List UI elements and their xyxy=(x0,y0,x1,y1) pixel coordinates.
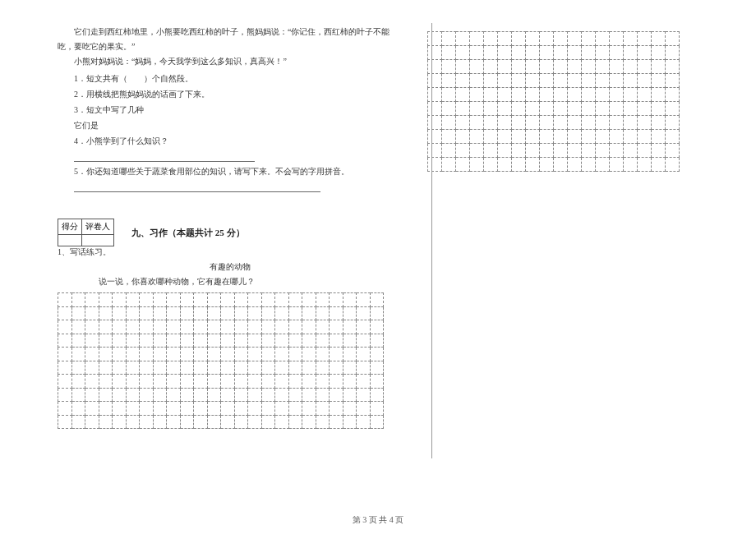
writing-cell[interactable] xyxy=(71,375,85,389)
writing-cell[interactable] xyxy=(221,320,235,334)
writing-cell[interactable] xyxy=(470,116,484,130)
writing-cell[interactable] xyxy=(470,60,484,74)
writing-cell[interactable] xyxy=(498,102,512,116)
writing-cell[interactable] xyxy=(498,74,512,88)
writing-cell[interactable] xyxy=(343,306,357,320)
writing-cell[interactable] xyxy=(180,361,194,375)
writing-cell[interactable] xyxy=(582,74,596,88)
writing-cell[interactable] xyxy=(484,60,498,74)
writing-cell[interactable] xyxy=(234,415,248,429)
writing-cell[interactable] xyxy=(568,144,582,158)
writing-cell[interactable] xyxy=(288,293,302,307)
writing-cell[interactable] xyxy=(71,306,85,320)
writing-cell[interactable] xyxy=(85,334,99,348)
writing-cell[interactable] xyxy=(512,116,526,130)
writing-cell[interactable] xyxy=(498,32,512,46)
writing-cell[interactable] xyxy=(99,334,113,348)
writing-cell[interactable] xyxy=(554,60,568,74)
writing-cell[interactable] xyxy=(153,415,167,429)
writing-cell[interactable] xyxy=(113,334,127,348)
writing-cell[interactable] xyxy=(140,320,154,334)
writing-cell[interactable] xyxy=(207,320,221,334)
writing-cell[interactable] xyxy=(357,388,371,402)
writing-cell[interactable] xyxy=(357,320,371,334)
writing-cell[interactable] xyxy=(442,102,456,116)
writing-cell[interactable] xyxy=(540,158,554,172)
writing-cell[interactable] xyxy=(330,320,343,334)
writing-cell[interactable] xyxy=(302,334,316,348)
writing-cell[interactable] xyxy=(207,375,221,389)
writing-cell[interactable] xyxy=(221,375,235,389)
writing-cell[interactable] xyxy=(343,388,357,402)
writing-cell[interactable] xyxy=(140,388,154,402)
writing-cell[interactable] xyxy=(357,415,371,429)
writing-cell[interactable] xyxy=(85,388,99,402)
writing-cell[interactable] xyxy=(456,88,470,102)
writing-cell[interactable] xyxy=(370,334,384,348)
writing-cell[interactable] xyxy=(554,116,568,130)
writing-cell[interactable] xyxy=(498,46,512,60)
writing-cell[interactable] xyxy=(126,415,140,429)
writing-cell[interactable] xyxy=(666,32,680,46)
writing-cell[interactable] xyxy=(261,375,275,389)
writing-cell[interactable] xyxy=(58,402,72,416)
writing-cell[interactable] xyxy=(275,348,289,361)
writing-cell[interactable] xyxy=(140,293,154,307)
writing-cell[interactable] xyxy=(554,32,568,46)
writing-cell[interactable] xyxy=(194,320,208,334)
writing-cell[interactable] xyxy=(456,60,470,74)
writing-cell[interactable] xyxy=(288,388,302,402)
writing-cell[interactable] xyxy=(58,348,72,361)
writing-cell[interactable] xyxy=(85,361,99,375)
writing-cell[interactable] xyxy=(261,306,275,320)
writing-cell[interactable] xyxy=(442,158,456,172)
writing-cell[interactable] xyxy=(58,375,72,389)
writing-cell[interactable] xyxy=(180,306,194,320)
writing-cell[interactable] xyxy=(261,402,275,416)
writing-cell[interactable] xyxy=(526,88,540,102)
writing-cell[interactable] xyxy=(357,375,371,389)
writing-cell[interactable] xyxy=(512,32,526,46)
writing-cell[interactable] xyxy=(99,348,113,361)
writing-cell[interactable] xyxy=(288,334,302,348)
writing-cell[interactable] xyxy=(167,320,181,334)
writing-cell[interactable] xyxy=(540,60,554,74)
writing-cell[interactable] xyxy=(194,415,208,429)
writing-cell[interactable] xyxy=(470,130,484,144)
writing-cell[interactable] xyxy=(370,415,384,429)
writing-cell[interactable] xyxy=(638,88,652,102)
writing-cell[interactable] xyxy=(275,375,289,389)
writing-cell[interactable] xyxy=(370,402,384,416)
writing-cell[interactable] xyxy=(248,415,262,429)
writing-cell[interactable] xyxy=(666,144,680,158)
writing-cell[interactable] xyxy=(512,60,526,74)
writing-cell[interactable] xyxy=(442,32,456,46)
writing-cell[interactable] xyxy=(113,415,127,429)
writing-cell[interactable] xyxy=(330,388,343,402)
writing-cell[interactable] xyxy=(85,415,99,429)
writing-cell[interactable] xyxy=(275,361,289,375)
writing-cell[interactable] xyxy=(512,88,526,102)
writing-cell[interactable] xyxy=(140,348,154,361)
writing-cell[interactable] xyxy=(248,375,262,389)
writing-cell[interactable] xyxy=(610,158,624,172)
writing-cell[interactable] xyxy=(180,402,194,416)
writing-cell[interactable] xyxy=(113,306,127,320)
writing-cell[interactable] xyxy=(666,102,680,116)
writing-cell[interactable] xyxy=(428,102,442,116)
writing-cell[interactable] xyxy=(442,144,456,158)
writing-cell[interactable] xyxy=(442,116,456,130)
writing-cell[interactable] xyxy=(610,102,624,116)
writing-cell[interactable] xyxy=(568,32,582,46)
answer-blank-line[interactable] xyxy=(74,181,320,192)
writing-cell[interactable] xyxy=(666,46,680,60)
writing-cell[interactable] xyxy=(638,32,652,46)
writing-cell[interactable] xyxy=(58,320,72,334)
writing-cell[interactable] xyxy=(470,88,484,102)
writing-cell[interactable] xyxy=(126,334,140,348)
writing-cell[interactable] xyxy=(180,388,194,402)
writing-cell[interactable] xyxy=(234,334,248,348)
writing-cell[interactable] xyxy=(140,415,154,429)
writing-cell[interactable] xyxy=(275,334,289,348)
writing-cell[interactable] xyxy=(207,388,221,402)
